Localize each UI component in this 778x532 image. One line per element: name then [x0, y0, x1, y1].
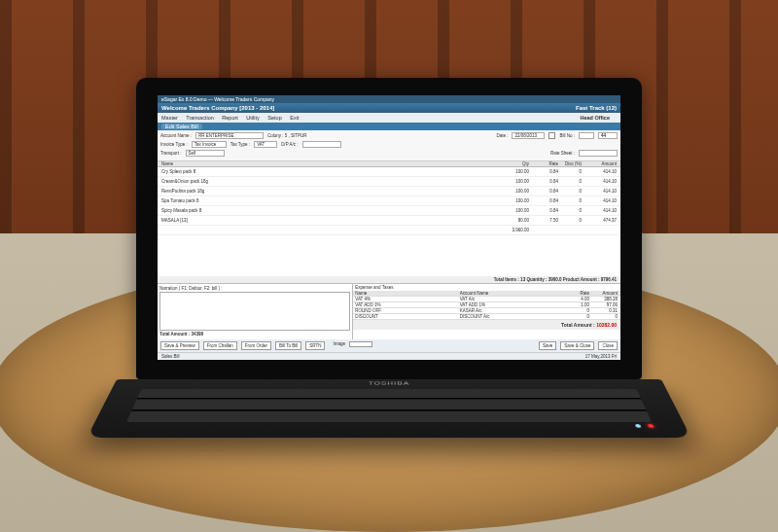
status-left: Sales Bill	[161, 354, 180, 359]
close-button[interactable]: Close	[598, 341, 618, 350]
grand-total-value: 10282.00	[596, 322, 617, 328]
menu-setup[interactable]: Setup	[267, 115, 281, 121]
srtn-button[interactable]: SRTN	[305, 341, 325, 350]
grand-total-label: Total Amount :	[561, 322, 595, 328]
laptop-brand: TOSHIBA	[113, 380, 664, 386]
button-bar: Save & Preview From Challan From Order B…	[158, 339, 620, 352]
os-titlebar: eSagar Ex 8.0 Demo — Welcome Traders Com…	[158, 95, 620, 103]
menu-exit[interactable]: Exit	[290, 115, 299, 121]
col-name: Name	[158, 161, 500, 166]
scene: eSagar Ex 8.0 Demo — Welcome Traders Com…	[0, 0, 778, 532]
laptop-keyboard: TOSHIBA	[87, 379, 691, 438]
save-close-button[interactable]: Save & Close	[560, 341, 594, 350]
app-screen: eSagar Ex 8.0 Demo — Welcome Traders Com…	[158, 95, 620, 360]
colony-label: Colony : 5 , SITPUR	[267, 133, 307, 138]
lower-panel: Narration ( F1: Debtor, F2: bill ) : Tot…	[158, 283, 620, 339]
laptop-screen-bezel: eSagar Ex 8.0 Demo — Welcome Traders Com…	[136, 78, 642, 379]
grand-total: Total Amount : 10282.00	[353, 320, 620, 330]
ratesheet-label: Rate Sheet :	[550, 151, 575, 156]
col-rate: Rate	[529, 161, 558, 166]
company-name: Welcome Traders Company [2013 - 2014]	[161, 105, 274, 111]
app-title: eSagar Ex 8.0 Demo — Welcome Traders Com…	[161, 96, 274, 102]
branch-label: Head Office	[580, 115, 610, 121]
status-right: 17 May,2013 Fri	[585, 354, 617, 359]
save-preview-button[interactable]: Save & Preview	[160, 341, 199, 350]
status-bar: Sales Bill 17 May,2013 Fri	[158, 352, 620, 360]
grid-row[interactable]: Cry Splest pack 8100.000.840414.10	[158, 167, 620, 177]
grid-row[interactable]: MASALA [13]80.007.500474.37	[158, 216, 620, 226]
col-disc: Disc (%)	[558, 161, 582, 166]
dispto-field[interactable]	[302, 141, 341, 148]
menu-utility[interactable]: Utility	[246, 115, 259, 121]
narration-panel: Narration ( F1: Debtor, F2: bill ) : Tot…	[158, 284, 353, 339]
menu-transaction[interactable]: Transaction	[186, 115, 214, 121]
date-label: Date :	[496, 133, 508, 138]
tax-title: Expense and Taxes	[353, 284, 620, 291]
grid-sum-row: 3,960.00	[158, 226, 620, 235]
menu-report[interactable]: Report	[222, 115, 238, 121]
company-header: Welcome Traders Company [2013 - 2014] Fa…	[158, 103, 620, 113]
account-label: Account Name :	[160, 133, 192, 138]
col-qty: Qty	[500, 161, 529, 166]
status-led-icon	[635, 424, 642, 428]
items-grid[interactable]: Name Qty Rate Disc (%) Amount Cry Splest…	[158, 161, 620, 276]
menu-master[interactable]: Master	[161, 115, 178, 121]
tax-type-field[interactable]: VAT	[254, 141, 277, 148]
grid-row[interactable]: Spa Tomato pack 8100.000.840414.10	[158, 196, 620, 206]
fast-track-badge: Fast Track (12)	[576, 105, 617, 111]
invoice-type-label: Invoice Type :	[160, 142, 188, 147]
narration-textarea[interactable]	[159, 292, 350, 331]
bill-to-bill-button[interactable]: Bill To Bill	[275, 341, 301, 350]
transport-label: Transport :	[160, 151, 182, 156]
grid-totals: Total Items : 13 Quantity : 3960.0 Produ…	[158, 276, 620, 283]
date-field[interactable]: 22/08/2013	[512, 132, 545, 139]
calendar-icon[interactable]	[548, 132, 555, 139]
laptop: eSagar Ex 8.0 Demo — Welcome Traders Com…	[136, 78, 642, 465]
narration-label: Narration ( F1: Debtor, F2: bill ) :	[159, 286, 350, 291]
power-led-icon	[648, 424, 654, 428]
col-amt: Amount	[582, 161, 620, 166]
tax-panel: Expense and Taxes NameAccount NameRateAm…	[353, 284, 620, 339]
transport-field[interactable]: Self	[186, 150, 225, 157]
tab-edit-sales-bill[interactable]: Edit Sales Bill	[161, 124, 202, 129]
billno-field[interactable]: 44	[598, 132, 618, 139]
grid-row[interactable]: Spicy Masala pack 8100.000.840414.10	[158, 206, 620, 216]
save-button[interactable]: Save	[539, 341, 556, 350]
billno-series[interactable]	[579, 132, 594, 139]
billno-label: Bill No :	[559, 133, 575, 138]
image-label: Image	[333, 341, 345, 350]
tax-type-label: Tax Type :	[230, 142, 250, 147]
tab-bar: Edit Sales Bill	[158, 123, 620, 130]
image-slider-icon[interactable]	[349, 341, 372, 347]
menu-bar[interactable]: Master Transaction Report Utility Setup …	[158, 113, 620, 123]
invoice-type-field[interactable]: Tax Invoice	[192, 141, 227, 148]
dispto-label: D/P A/c :	[281, 142, 298, 147]
keys-area	[126, 389, 652, 422]
grid-row[interactable]: RerstPudina pack 18g100.000.840414.10	[158, 187, 620, 196]
from-challan-button[interactable]: From Challan	[203, 341, 237, 350]
grid-row[interactable]: Cream&Onion pack 18g100.000.840414.10	[158, 177, 620, 187]
form-area: Account Name : RR ENTERPRISE Colony : 5 …	[158, 130, 620, 161]
from-order-button[interactable]: From Order	[241, 341, 271, 350]
account-field[interactable]: RR ENTERPRISE	[195, 132, 264, 139]
ratesheet-field[interactable]	[579, 150, 618, 157]
basic-total: Total Amount : 34398	[159, 332, 350, 337]
